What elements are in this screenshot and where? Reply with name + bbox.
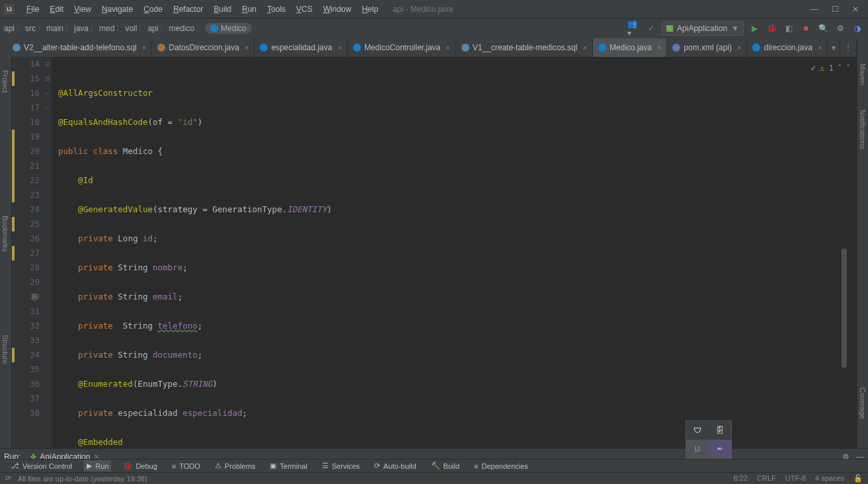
coverage-icon[interactable]: ◧: [782, 22, 795, 35]
toolwindow-terminal[interactable]: ▣Terminal: [267, 460, 310, 471]
menu-refactor[interactable]: Refactor: [168, 2, 208, 17]
breadcrumb-item[interactable]: main: [46, 24, 63, 33]
coverage-tool-label[interactable]: Coverage: [859, 387, 867, 419]
file-encoding[interactable]: UTF-8: [785, 474, 806, 483]
editor-tabs: V2__alter-table-add-telefono.sql×DatosDi…: [0, 38, 868, 57]
toolwindow-dependencies[interactable]: ≡Dependencies: [471, 461, 531, 471]
close-icon[interactable]: ✕: [852, 5, 859, 14]
readonly-icon[interactable]: 🔓: [853, 474, 863, 483]
minimize-icon[interactable]: —: [810, 5, 818, 14]
tab-file[interactable]: V1__create-table-medicos.sql×: [456, 38, 593, 57]
right-tool-strip[interactable]: Maven Notifications Coverage: [857, 57, 868, 452]
tab-file[interactable]: Medico.java×: [593, 38, 667, 57]
menu-navigate[interactable]: Navigate: [97, 2, 138, 17]
breadcrumb-item[interactable]: medico: [169, 24, 194, 33]
toolwindow-auto-build[interactable]: ⟳Auto-build: [372, 460, 419, 471]
toolwindow-todo[interactable]: ≡TODO: [169, 461, 203, 471]
code-area[interactable]: ✔ ⚠ 1 ˄ ˅ @AllArgsConstructor @EqualsAnd…: [52, 57, 857, 452]
caret-position[interactable]: 6:22: [734, 474, 748, 483]
override-gutter-icon[interactable]: @: [32, 292, 37, 302]
tool-window-bar: ⎇Version Control▶Run🐞Debug≡TODO⚠Problems…: [0, 459, 868, 472]
line-separator[interactable]: CRLF: [757, 474, 776, 483]
tab-overflow[interactable]: ▾: [828, 38, 840, 57]
shield-icon: 🛡: [693, 426, 701, 435]
settings-sync-icon[interactable]: ◑: [851, 22, 864, 35]
breadcrumb-current[interactable]: Medico: [205, 23, 252, 34]
maximize-icon[interactable]: ☐: [832, 5, 839, 14]
navigation-bar: api〉src〉main〉java〉med〉voll〉api〉medico〉Me…: [0, 19, 868, 38]
run-icon[interactable]: ▶: [748, 22, 761, 35]
sync-icon[interactable]: ⟳: [5, 474, 11, 483]
add-user-icon[interactable]: 👥▾: [627, 22, 641, 35]
ij-icon: IJ: [695, 446, 700, 453]
vertical-scrollbar[interactable]: [842, 249, 847, 368]
run-config-label: ApiApplication: [677, 24, 727, 33]
menu-help[interactable]: Help: [356, 2, 383, 17]
debug-icon[interactable]: 🐞: [765, 22, 778, 35]
tab-file[interactable]: especialidad.java×: [255, 38, 348, 57]
ide-logo: IJ: [4, 4, 15, 15]
db-icon: 🗄: [716, 426, 724, 435]
editor: Project Bookmarks Structure 141516171819…: [0, 57, 857, 452]
menu-build[interactable]: Build: [208, 2, 237, 17]
warning-count: 1: [828, 61, 834, 75]
tab-file[interactable]: V2__alter-table-add-telefono.sql×: [7, 38, 152, 57]
bookmarks-tool-label[interactable]: Bookmarks: [1, 216, 9, 252]
notification-panel[interactable]: 🛡 🗄 IJ ✒: [686, 421, 732, 459]
window-title: api - Medico.java: [393, 5, 453, 14]
breadcrumb-item[interactable]: med: [99, 24, 114, 33]
up-icon[interactable]: ˄: [838, 61, 842, 75]
toolwindow-problems[interactable]: ⚠Problems: [212, 460, 258, 471]
run-config-selector[interactable]: ApiApplication ▼: [662, 21, 744, 36]
down-icon[interactable]: ˅: [846, 61, 851, 75]
toolwindow-build[interactable]: 🔨Build: [428, 460, 462, 471]
menu-vcs[interactable]: VCS: [291, 2, 318, 17]
toolwindow-services[interactable]: ☰Services: [319, 460, 362, 471]
menu-tools[interactable]: Tools: [262, 2, 291, 17]
menu-view[interactable]: View: [69, 2, 97, 17]
breadcrumb: api〉src〉main〉java〉med〉voll〉api〉medico〉Me…: [4, 23, 252, 34]
menu-code[interactable]: Code: [138, 2, 168, 17]
notifications-tool-label[interactable]: Notifications: [859, 110, 867, 149]
menu-bar: IJ FileEditViewNavigateCodeRefactorBuild…: [0, 0, 868, 19]
status-message: All files are up-to-date (yesterday 19:3…: [18, 475, 147, 483]
breadcrumb-item[interactable]: voll: [125, 24, 137, 33]
feather-icon: ✒: [717, 444, 723, 454]
toolwindow-run[interactable]: ▶Run: [84, 460, 111, 471]
line-gutter[interactable]: 1415161718192021222324252627282930313233…: [16, 57, 44, 452]
breadcrumb-item[interactable]: api: [4, 24, 15, 33]
tab-file[interactable]: MedicoController.java×: [348, 38, 456, 57]
status-bar: ⟳ All files are up-to-date (yesterday 19…: [0, 472, 868, 484]
gear-icon[interactable]: ⚙: [834, 22, 847, 35]
tab-menu[interactable]: ⋮: [840, 38, 857, 57]
checkmark-icon[interactable]: ✓: [645, 22, 658, 35]
search-icon[interactable]: 🔍: [816, 22, 830, 35]
breadcrumb-item[interactable]: api: [147, 24, 158, 33]
warning-icon: ⚠: [820, 61, 825, 75]
menu-file[interactable]: File: [21, 2, 44, 17]
tab-file[interactable]: direccion.java×: [747, 38, 828, 57]
toolwindow-version-control[interactable]: ⎇Version Control: [8, 460, 75, 471]
ok-icon: ✔: [810, 61, 816, 75]
project-tool-label[interactable]: Project: [1, 70, 9, 93]
chevron-down-icon: ▼: [731, 24, 739, 33]
maven-tool-label[interactable]: Maven: [859, 63, 867, 85]
menu-window[interactable]: Window: [318, 2, 357, 17]
tab-file[interactable]: pom.xml (api)×: [667, 38, 747, 57]
structure-tool-label[interactable]: Structure: [1, 335, 9, 364]
breadcrumb-item[interactable]: src: [25, 24, 36, 33]
indent-info[interactable]: 4 spaces: [815, 474, 844, 483]
left-tool-strip[interactable]: Project Bookmarks Structure: [0, 57, 12, 452]
toolwindow-debug[interactable]: 🐞Debug: [120, 460, 159, 471]
tab-file[interactable]: DatosDireccion.java×: [152, 38, 255, 57]
breadcrumb-item[interactable]: java: [74, 24, 89, 33]
stop-icon[interactable]: ■: [799, 22, 812, 35]
menu-edit[interactable]: Edit: [44, 2, 69, 17]
inspection-widget[interactable]: ✔ ⚠ 1 ˄ ˅: [810, 61, 851, 75]
menu-run[interactable]: Run: [237, 2, 262, 17]
fold-column[interactable]: ⊟⊟⌐⌐: [44, 57, 52, 452]
